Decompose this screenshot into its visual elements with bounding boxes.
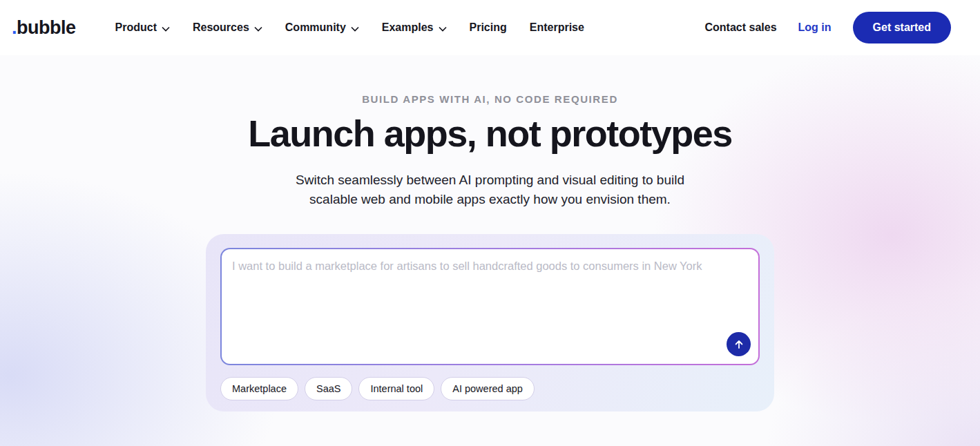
nav-item-label: Community: [285, 21, 346, 34]
hero-subtitle-line2: scalable web and mobile apps exactly how…: [0, 190, 980, 209]
chip-internal-tool[interactable]: Internal tool: [358, 377, 434, 400]
page-title: Launch apps, not prototypes: [0, 113, 980, 154]
prompt-input[interactable]: [220, 248, 760, 365]
prompt-card: Marketplace SaaS Internal tool AI powere…: [206, 234, 774, 411]
nav-item-pricing[interactable]: Pricing: [470, 21, 507, 34]
chevron-down-icon: [254, 22, 262, 35]
nav-item-label: Pricing: [470, 21, 507, 34]
header-actions: Contact sales Log in Get started: [705, 12, 952, 43]
nav-item-label: Examples: [382, 21, 434, 34]
chip-ai-powered-app[interactable]: AI powered app: [441, 377, 535, 400]
log-in-link[interactable]: Log in: [798, 21, 832, 34]
chip-marketplace[interactable]: Marketplace: [220, 377, 298, 400]
chevron-down-icon: [162, 22, 170, 35]
prompt-box: [220, 248, 760, 365]
nav-item-community[interactable]: Community: [285, 21, 359, 35]
hero-subtitle-line1: Switch seamlessly between AI prompting a…: [0, 171, 980, 190]
nav-item-enterprise[interactable]: Enterprise: [530, 21, 584, 34]
top-nav: .bubble Product Resources Community Exam…: [0, 0, 980, 55]
hero-eyebrow: BUILD APPS WITH AI, NO CODE REQUIRED: [0, 93, 980, 105]
prompt-suggestion-chips: Marketplace SaaS Internal tool AI powere…: [220, 377, 760, 400]
arrow-up-icon: [733, 339, 744, 350]
get-started-button[interactable]: Get started: [853, 12, 951, 43]
chevron-down-icon: [351, 22, 359, 35]
contact-sales-link[interactable]: Contact sales: [705, 21, 777, 34]
main-nav: Product Resources Community Examples Pri…: [115, 21, 584, 35]
nav-item-product[interactable]: Product: [115, 21, 170, 35]
nav-item-label: Product: [115, 21, 157, 34]
nav-item-label: Enterprise: [530, 21, 584, 34]
chevron-down-icon: [439, 22, 447, 35]
logo-text: bubble: [17, 17, 76, 38]
bubble-logo[interactable]: .bubble: [12, 17, 76, 39]
nav-item-examples[interactable]: Examples: [382, 21, 447, 35]
nav-item-label: Resources: [193, 21, 249, 34]
logo-dot: .: [12, 17, 17, 38]
hero-subtitle: Switch seamlessly between AI prompting a…: [0, 171, 980, 209]
chip-saas[interactable]: SaaS: [305, 377, 352, 400]
hero-section: BUILD APPS WITH AI, NO CODE REQUIRED Lau…: [0, 55, 980, 446]
nav-item-resources[interactable]: Resources: [193, 21, 262, 35]
